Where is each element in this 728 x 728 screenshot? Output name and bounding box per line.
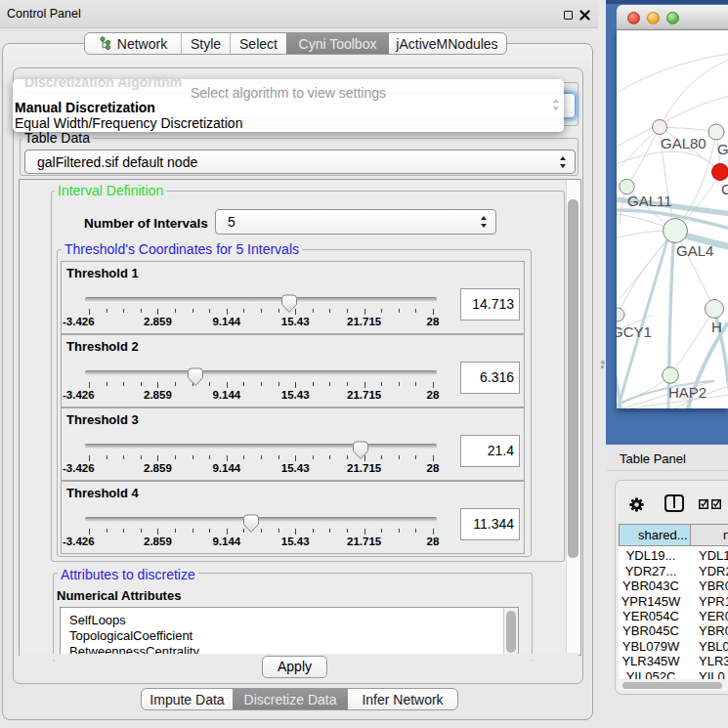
- svg-text:GAL80: GAL80: [661, 135, 707, 151]
- svg-text:GAL11: GAL11: [627, 193, 672, 209]
- svg-text:H: H: [711, 319, 722, 335]
- svg-text:G.: G.: [717, 141, 728, 157]
- svg-text:HAP2: HAP2: [668, 384, 707, 401]
- svg-text:GCY1: GCY1: [617, 323, 652, 340]
- svg-text:C: C: [721, 181, 728, 197]
- svg-text:GAL4: GAL4: [676, 242, 713, 259]
